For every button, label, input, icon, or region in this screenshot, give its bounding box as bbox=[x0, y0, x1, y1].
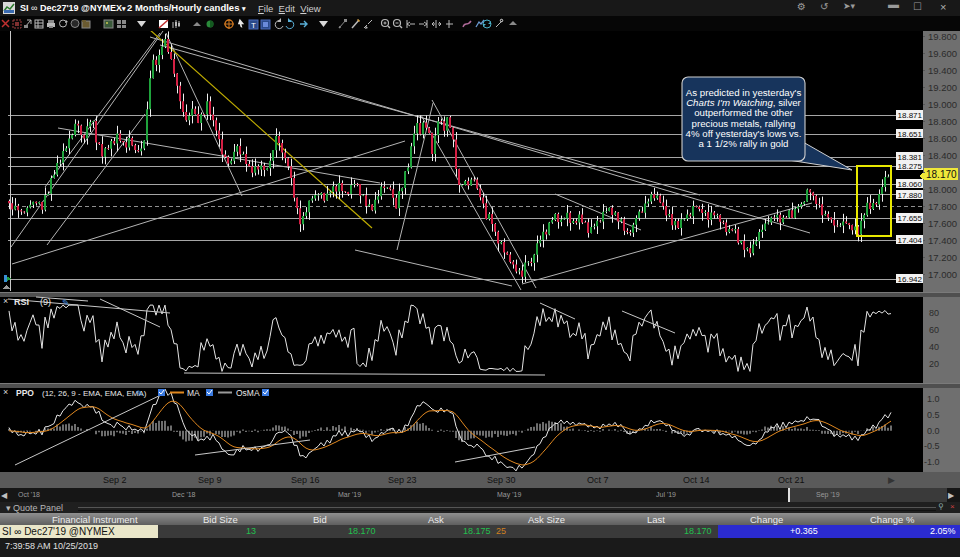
svg-text:×: × bbox=[3, 387, 8, 397]
svg-text:✎: ✎ bbox=[136, 389, 144, 399]
svg-text:18.060: 18.060 bbox=[898, 180, 923, 189]
svg-text:0.0: 0.0 bbox=[927, 426, 940, 436]
svg-text:19.200: 19.200 bbox=[928, 82, 957, 93]
svg-text:20: 20 bbox=[929, 359, 939, 369]
svg-text:16.942: 16.942 bbox=[898, 275, 923, 284]
svg-text:17.200: 17.200 bbox=[928, 252, 957, 263]
svg-text:19.600: 19.600 bbox=[928, 48, 957, 59]
svg-text:✎: ✎ bbox=[62, 298, 70, 308]
svg-text:80: 80 bbox=[929, 308, 939, 318]
svg-text:18.651: 18.651 bbox=[898, 130, 923, 139]
svg-text:18.170: 18.170 bbox=[926, 169, 957, 180]
svg-text:T: T bbox=[251, 21, 256, 30]
svg-text:60: 60 bbox=[929, 325, 939, 335]
svg-text:18.000: 18.000 bbox=[928, 184, 957, 195]
svg-text:17.000: 17.000 bbox=[928, 269, 957, 280]
svg-text:(9): (9) bbox=[40, 297, 51, 307]
svg-text:PPO: PPO bbox=[16, 388, 34, 398]
svg-text:OsMA: OsMA bbox=[236, 388, 260, 398]
svg-text:RSI: RSI bbox=[14, 297, 29, 307]
svg-text:17.880: 17.880 bbox=[898, 191, 923, 200]
svg-text:a 1 1/2% rally in gold: a 1 1/2% rally in gold bbox=[699, 138, 789, 149]
svg-text:17.800: 17.800 bbox=[928, 201, 957, 212]
svg-text:19.400: 19.400 bbox=[928, 65, 957, 76]
svg-text:19.800: 19.800 bbox=[928, 31, 957, 42]
svg-text:18.800: 18.800 bbox=[928, 116, 957, 127]
svg-text:18.871: 18.871 bbox=[898, 111, 923, 120]
svg-text:17.400: 17.400 bbox=[928, 235, 957, 246]
svg-text:40: 40 bbox=[929, 342, 939, 352]
svg-text:-0.5: -0.5 bbox=[924, 441, 940, 451]
svg-text:17.655: 17.655 bbox=[898, 214, 923, 223]
svg-text:×: × bbox=[3, 296, 8, 306]
svg-text:1.0: 1.0 bbox=[927, 394, 940, 404]
svg-text:17.600: 17.600 bbox=[928, 218, 957, 229]
svg-text:18.381: 18.381 bbox=[898, 153, 923, 162]
svg-text:18.275: 18.275 bbox=[898, 162, 923, 171]
svg-text:19.000: 19.000 bbox=[928, 99, 957, 110]
svg-text:(12, 26, 9 - EMA, EMA, EMA): (12, 26, 9 - EMA, EMA, EMA) bbox=[42, 389, 147, 398]
svg-text:18.400: 18.400 bbox=[928, 150, 957, 161]
svg-text:-1.0: -1.0 bbox=[924, 457, 940, 467]
svg-text:0.5: 0.5 bbox=[927, 410, 940, 420]
svg-text:17.404: 17.404 bbox=[898, 236, 923, 245]
svg-text:18.600: 18.600 bbox=[928, 133, 957, 144]
svg-text:MA: MA bbox=[187, 388, 200, 398]
